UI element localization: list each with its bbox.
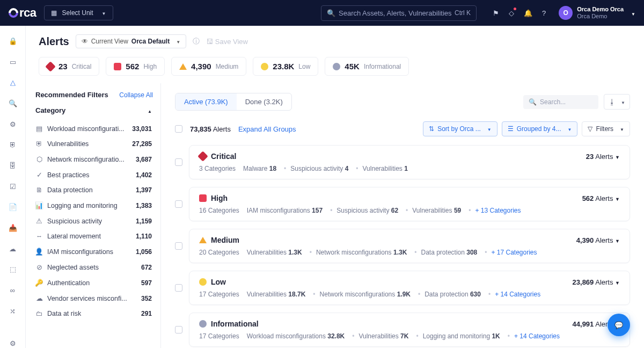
filters-panel: Recommended Filters Collapse All Categor… xyxy=(26,83,161,348)
filter-item[interactable]: ⬡Network misconfiguratio...3,687 xyxy=(35,151,160,167)
severity-low-icon xyxy=(261,63,268,70)
group-alerts-count: 562 Alerts ▼ xyxy=(582,194,620,202)
filter-item-label: Lateral movement xyxy=(47,233,131,240)
filter-item-icon: ✓ xyxy=(35,171,43,179)
unit-selector[interactable]: ▦ Select Unit xyxy=(44,5,113,20)
nav-alerts-icon[interactable]: △ xyxy=(8,78,18,87)
nav-report-icon[interactable]: 📄 xyxy=(8,202,18,212)
tab-active[interactable]: Active (73.9K) xyxy=(175,93,237,110)
user-org: Orca Demo xyxy=(577,13,624,20)
group-card-medium[interactable]: Medium4,390 Alerts ▼20 CategoriesVulnera… xyxy=(189,229,630,263)
filter-item[interactable]: 📊Logging and monitoring1,383 xyxy=(35,198,160,213)
filter-item[interactable]: 🗀Data at risk291 xyxy=(35,306,160,321)
nav-cloud-icon[interactable]: ☁ xyxy=(8,244,18,253)
filter-item[interactable]: ⚠Suspicious activity1,159 xyxy=(35,213,160,229)
group-title: Medium xyxy=(211,236,239,244)
nav-inbox-icon[interactable]: 📥 xyxy=(8,223,18,233)
filter-item-count: 1,056 xyxy=(136,248,152,256)
filter-item-count: 291 xyxy=(141,310,152,317)
collapse-all-link[interactable]: Collapse All xyxy=(119,91,153,99)
filter-item[interactable]: 🗎Data protection1,397 xyxy=(35,183,160,198)
nav-check-icon[interactable]: ☑ xyxy=(8,182,18,191)
more-categories-link[interactable]: + 14 Categories xyxy=(508,332,560,340)
select-all-checkbox[interactable] xyxy=(175,125,182,133)
filter-item-icon: 👤 xyxy=(35,248,43,256)
filter-item-label: IAM misconfigurations xyxy=(47,248,131,256)
sort-button[interactable]: ⇅ Sort by Orca ... xyxy=(423,121,497,136)
filter-item[interactable]: ✓Best practices1,402 xyxy=(35,167,160,183)
nav-path-icon[interactable]: ⤭ xyxy=(8,307,18,316)
group-checkbox[interactable] xyxy=(175,242,182,250)
group-category-count: 3 Categories xyxy=(199,165,236,172)
flag-icon[interactable]: ⚑ xyxy=(493,9,499,17)
chat-fab[interactable]: 💬 xyxy=(608,314,630,336)
filter-item[interactable]: ▤Workload misconfigurati...33,031 xyxy=(35,121,160,136)
filter-item[interactable]: ☁Vendor services misconfi...352 xyxy=(35,291,160,306)
filter-item[interactable]: 🔑Authentication597 xyxy=(35,275,160,291)
group-card-high[interactable]: High562 Alerts ▼16 CategoriesIAM misconf… xyxy=(189,187,630,221)
filter-item[interactable]: ⊘Neglected assets672 xyxy=(35,259,160,275)
group-category-count: 16 Categories xyxy=(199,207,239,214)
group-card-low[interactable]: Low23,869 Alerts ▼17 CategoriesVulnerabi… xyxy=(189,271,630,305)
user-menu[interactable]: O Orca Demo Orca Orca Demo xyxy=(559,6,635,20)
results-search[interactable]: 🔍 Search... xyxy=(523,95,598,109)
announcement-icon[interactable]: ◇ xyxy=(509,9,514,17)
nav-shield-icon[interactable]: ⛨ xyxy=(8,140,18,149)
nav-briefcase-icon[interactable]: 🗄 xyxy=(8,161,18,170)
group-chip: Vulnerabilities 18.7K xyxy=(247,291,306,298)
group-checkbox[interactable] xyxy=(175,284,182,292)
nav-rail: 🔒 ▭ △ 🔍 ⚙ ⛨ 🗄 ☑ 📄 📥 ☁ ⬚ ∞ ⤭ ⚙ xyxy=(0,26,26,348)
filter-item[interactable]: ↔Lateral movement1,110 xyxy=(35,229,160,244)
filter-item-count: 1,402 xyxy=(136,171,152,179)
group-checkbox[interactable] xyxy=(175,200,182,208)
filter-item[interactable]: 👤IAM misconfigurations1,056 xyxy=(35,244,160,259)
logo: rca xyxy=(9,6,36,20)
tab-done[interactable]: Done (3.2K) xyxy=(237,93,291,110)
severity-card-critical[interactable]: 23Critical xyxy=(39,57,99,76)
group-chip: Vulnerabilities 1.3K xyxy=(247,249,302,256)
nav-settings-icon[interactable]: ⚙ xyxy=(8,120,18,129)
severity-card-high[interactable]: 562High xyxy=(106,57,165,76)
nav-dashboard-icon[interactable]: ▭ xyxy=(8,57,18,67)
nav-box-icon[interactable]: ⬚ xyxy=(8,265,18,274)
nav-link-icon[interactable]: ∞ xyxy=(8,286,18,295)
group-chip: Logging and monitoring 1K xyxy=(416,332,500,340)
severity-card-medium[interactable]: 4,390Medium xyxy=(171,57,246,76)
more-categories-link[interactable]: + 13 Categories xyxy=(469,207,521,214)
filter-item-label: Vulnerabilities xyxy=(47,140,128,148)
more-categories-link[interactable]: + 14 Categories xyxy=(488,291,540,298)
group-checkbox[interactable] xyxy=(175,326,182,334)
more-categories-link[interactable]: + 17 Categories xyxy=(485,249,537,256)
group-card-critical[interactable]: Critical23 Alerts ▼3 CategoriesMalware 1… xyxy=(189,145,630,179)
global-search[interactable]: 🔍 Search Assets, Alerts, Vulnerabilities… xyxy=(321,5,477,21)
severity-card-info[interactable]: 45KInformational xyxy=(325,57,409,76)
page-title: Alerts xyxy=(39,35,69,48)
expand-all-link[interactable]: Expand All Groups xyxy=(238,125,296,133)
group-checkbox[interactable] xyxy=(175,158,182,166)
bell-icon[interactable]: 🔔 xyxy=(524,9,532,17)
filter-group-header[interactable]: Category xyxy=(35,106,160,114)
severity-card-low[interactable]: 23.8KLow xyxy=(253,57,318,76)
group-by-button[interactable]: ☰ Grouped by 4... xyxy=(502,121,578,136)
save-view-button[interactable]: 🖫 Save View xyxy=(206,38,248,46)
nav-lock-icon[interactable]: 🔒 xyxy=(8,37,18,46)
filter-item-label: Vendor services misconfi... xyxy=(47,295,137,302)
group-alerts-count: 23 Alerts ▼ xyxy=(586,153,620,161)
chat-icon: 💬 xyxy=(614,321,623,329)
group-card-info[interactable]: Informational44,991 Alerts ▼17 Categorie… xyxy=(189,313,630,347)
nav-search-icon[interactable]: 🔍 xyxy=(8,99,18,108)
export-button[interactable]: ⭳ xyxy=(604,94,630,110)
filters-title: Recommended Filters xyxy=(35,91,108,99)
filters-button[interactable]: ▽ Filters xyxy=(582,121,630,136)
group-chip: Malware 18 xyxy=(243,165,276,172)
filter-item[interactable]: ⛨Vulnerabilities27,285 xyxy=(35,136,160,151)
filter-item-icon: 🔑 xyxy=(35,279,43,287)
view-selector[interactable]: 👁 Current View Orca Default xyxy=(76,34,186,48)
info-icon[interactable]: ⓘ xyxy=(193,37,200,46)
severity-critical-icon xyxy=(197,151,208,162)
help-icon[interactable]: ? xyxy=(542,9,546,17)
nav-gear-icon[interactable]: ⚙ xyxy=(8,339,18,348)
chevron-down-icon xyxy=(564,125,572,133)
filter-item-label: Best practices xyxy=(47,171,131,179)
filter-item-count: 3,687 xyxy=(136,156,152,163)
